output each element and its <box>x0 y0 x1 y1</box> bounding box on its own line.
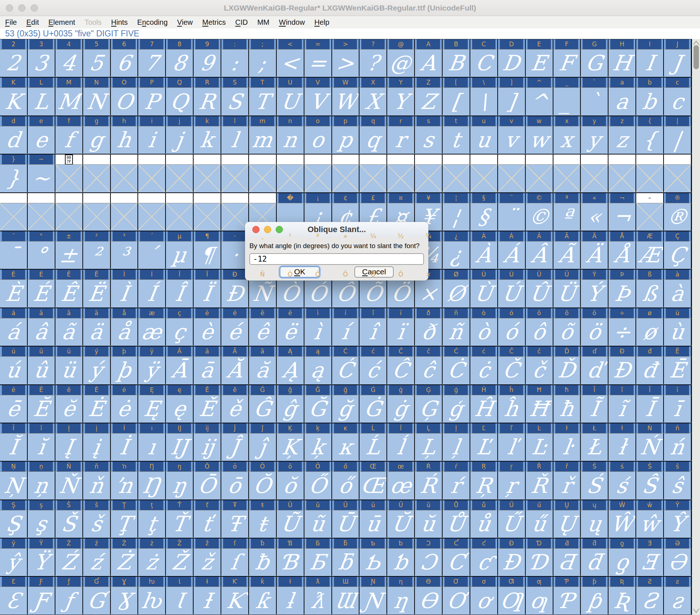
scrollbar-thumb[interactable] <box>693 45 699 69</box>
glyph-cell[interactable]: Þ <box>608 280 636 307</box>
glyph-cell[interactable]: = <box>304 50 332 77</box>
glyph-cell[interactable]: ű <box>526 510 553 537</box>
glyph-cell[interactable]: ´ <box>138 242 166 269</box>
glyph-cell[interactable] <box>498 165 526 192</box>
minimize-icon[interactable] <box>18 4 26 12</box>
menu-edit[interactable]: Edit <box>22 18 43 27</box>
glyph-cell[interactable]: 7 <box>138 50 166 77</box>
glyph-cell[interactable]: Đ <box>608 357 636 384</box>
glyph-cell[interactable] <box>221 165 249 192</box>
glyph-cell[interactable]: Ģ <box>415 395 443 422</box>
glyph-cell[interactable]: Ę <box>138 395 166 422</box>
glyph-cell[interactable]: Ɖ <box>498 549 526 576</box>
glyph-cell[interactable] <box>138 203 166 230</box>
glyph-cell[interactable] <box>138 165 166 192</box>
glyph-cell[interactable]: ř <box>553 472 581 499</box>
glyph-cell[interactable]: ¬ <box>608 203 636 230</box>
glyph-cell[interactable]: Ċ <box>443 357 470 384</box>
glyph-cell[interactable]: h <box>111 126 139 153</box>
glyph-cell[interactable]: Œ <box>359 472 387 499</box>
glyph-cell[interactable]: Ř <box>526 472 553 499</box>
glyph-cell[interactable]: ŭ <box>415 510 443 537</box>
glyph-cell[interactable]: ġ <box>387 395 415 422</box>
glyph-cell[interactable]: ń <box>664 434 692 461</box>
glyph-cell[interactable] <box>55 203 83 230</box>
menu-help[interactable]: Help <box>310 18 334 27</box>
glyph-cell[interactable]: ƃ <box>332 549 360 576</box>
glyph-cell[interactable]: Ņ <box>0 472 28 499</box>
glyph-cell[interactable]: þ <box>111 357 139 384</box>
glyph-cell[interactable]: Ď <box>553 357 581 384</box>
glyph-cell[interactable]: Ō <box>194 472 221 499</box>
glyph-cell[interactable]: | <box>664 126 692 153</box>
glyph-cell[interactable]: ĥ <box>498 395 526 422</box>
glyph-cell[interactable]: 4 <box>55 50 83 77</box>
glyph-cell[interactable]: Í <box>138 280 166 307</box>
glyph-cell[interactable]: ï <box>387 318 415 345</box>
glyph-cell[interactable]: ž <box>194 549 221 576</box>
glyph-cell[interactable]: Ƃ <box>304 549 332 576</box>
glyph-cell[interactable] <box>249 165 277 192</box>
glyph-cell[interactable]: Î <box>166 280 194 307</box>
glyph-cell[interactable] <box>83 203 111 230</box>
glyph-cell[interactable]: Ɨ <box>194 587 221 614</box>
glyph-cell[interactable] <box>194 203 221 230</box>
glyph-cell[interactable]: ß <box>636 280 664 307</box>
glyph-cell[interactable] <box>526 165 553 192</box>
glyph-cell[interactable]: d <box>0 126 28 153</box>
menu-file[interactable]: File <box>5 18 22 27</box>
glyph-cell[interactable]: Ŏ <box>249 472 277 499</box>
glyph-cell[interactable]: x <box>553 126 581 153</box>
glyph-cell[interactable]: R <box>194 88 221 115</box>
glyph-cell[interactable]: ª <box>553 203 581 230</box>
glyph-cell[interactable]: á <box>0 318 28 345</box>
glyph-cell[interactable]: Y <box>387 88 415 115</box>
glyph-cell[interactable]: Æ <box>636 242 664 269</box>
glyph-cell[interactable]: « <box>581 203 608 230</box>
glyph-cell[interactable]: ũ <box>304 510 332 537</box>
glyph-cell[interactable]: ė <box>111 395 139 422</box>
glyph-cell[interactable]: Ĉ <box>387 357 415 384</box>
glyph-cell[interactable]: Å <box>608 242 636 269</box>
glyph-cell[interactable]: Û <box>526 280 553 307</box>
glyph-cell[interactable]: Ó <box>304 280 332 307</box>
glyph-cell[interactable]: _ <box>553 88 581 115</box>
glyph-cell[interactable]: Ɛ <box>0 587 28 614</box>
glyph-cell[interactable]: ā <box>194 357 221 384</box>
glyph-cell[interactable]: p <box>332 126 360 153</box>
glyph-cell[interactable]: ſ <box>221 549 249 576</box>
glyph-cell[interactable]: ý <box>83 357 111 384</box>
glyph-cell[interactable]: Ɣ <box>111 587 139 614</box>
glyph-cell[interactable]: Ö <box>387 280 415 307</box>
glyph-cell[interactable]: ] <box>498 88 526 115</box>
glyph-cell[interactable]: Ł <box>581 434 608 461</box>
glyph-cell[interactable] <box>194 165 221 192</box>
glyph-cell[interactable]: č <box>526 357 553 384</box>
glyph-cell[interactable]: ğ <box>332 395 360 422</box>
glyph-cell[interactable]: å <box>111 318 139 345</box>
glyph-cell[interactable]: ¨ <box>498 203 526 230</box>
menu-mm[interactable]: MM <box>253 18 274 27</box>
glyph-cell[interactable] <box>166 165 194 192</box>
glyph-cell[interactable]: Ĭ <box>0 434 28 461</box>
glyph-cell[interactable]: > <box>332 50 360 77</box>
glyph-cell[interactable]: Ĵ <box>221 434 249 461</box>
glyph-cell[interactable]: ą <box>304 357 332 384</box>
glyph-cell[interactable]: ƣ <box>526 587 553 614</box>
glyph-cell[interactable]: Ě <box>194 395 221 422</box>
glyph-cell[interactable]: Ī <box>636 395 664 422</box>
glyph-cell[interactable]: Ž <box>166 549 194 576</box>
glyph-cell[interactable]: ñ <box>443 318 470 345</box>
glyph-cell[interactable]: Ƈ <box>443 549 470 576</box>
glyph-cell[interactable]: ? <box>359 50 387 77</box>
dialog-close-icon[interactable] <box>252 226 260 233</box>
glyph-cell[interactable]: ƙ <box>249 587 277 614</box>
glyph-cell[interactable]: ð <box>415 318 443 345</box>
glyph-cell[interactable]: B <box>443 50 470 77</box>
glyph-cell[interactable] <box>332 165 360 192</box>
glyph-cell[interactable]: ô <box>526 318 553 345</box>
glyph-cell[interactable]: ŝ <box>664 472 692 499</box>
glyph-cell[interactable]: Ä <box>581 242 608 269</box>
glyph-cell[interactable] <box>636 165 664 192</box>
glyph-cell[interactable] <box>581 165 608 192</box>
